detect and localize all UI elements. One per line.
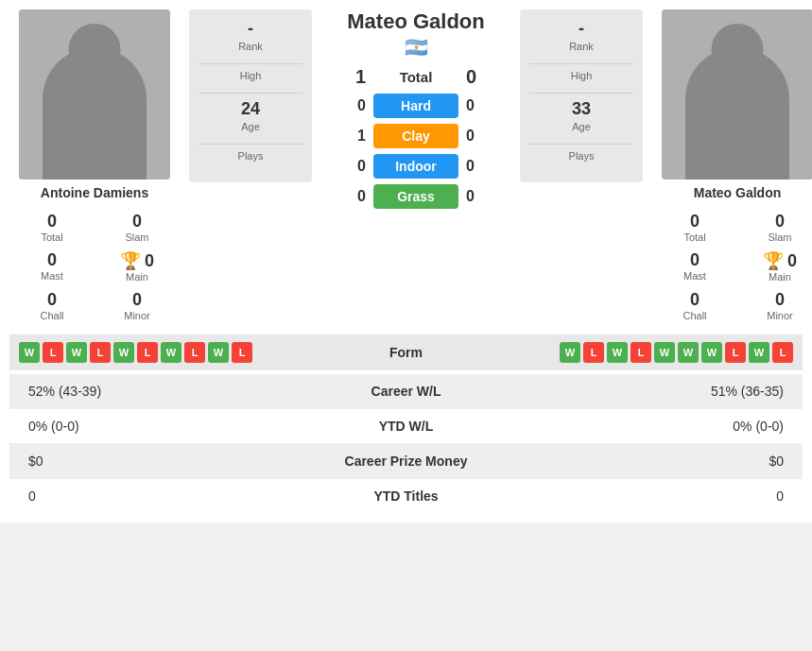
player2-age-label: Age bbox=[529, 121, 633, 132]
hard-score-left: 0 bbox=[337, 97, 366, 114]
player2-slam-cell: 0 Slam bbox=[737, 208, 812, 247]
trophy-icon-player2: 🏆 bbox=[763, 250, 784, 271]
player1-chall-value: 0 bbox=[11, 290, 93, 310]
top-section: Antoine Damiens 0 Total 0 Slam 0 Mast 🏆 bbox=[9, 9, 803, 325]
form-badge-player1: W bbox=[66, 342, 87, 363]
player1-rank-label: Rank bbox=[199, 41, 302, 52]
form-label: Form bbox=[336, 345, 477, 360]
player2-divider2 bbox=[529, 93, 633, 94]
player2-age-value: 33 bbox=[529, 99, 633, 119]
player2-plays-label: Plays bbox=[529, 150, 633, 162]
player2-minor-cell: 0 Minor bbox=[737, 286, 812, 325]
player2-plays-field: Plays bbox=[529, 150, 633, 162]
player2-total-cell: 0 Total bbox=[652, 208, 737, 247]
player1-plays-field: Plays bbox=[199, 150, 302, 162]
form-badge-player1: L bbox=[137, 342, 158, 363]
player2-stats: 0 Total 0 Slam 0 Mast 🏆 0 bbox=[652, 208, 812, 325]
indoor-row: 0 Indoor 0 bbox=[326, 154, 506, 179]
ytd-titles-left: 0 bbox=[28, 488, 312, 504]
hard-score-right: 0 bbox=[466, 97, 494, 114]
hard-button[interactable]: Hard bbox=[373, 94, 458, 118]
player1-total-value: 0 bbox=[11, 212, 93, 231]
player1-avatar bbox=[19, 9, 170, 180]
ytd-wl-row: 0% (0-0) YTD W/L 0% (0-0) bbox=[9, 409, 803, 444]
form-badge-player1: L bbox=[43, 342, 63, 363]
main-container: Antoine Damiens 0 Total 0 Slam 0 Mast 🏆 bbox=[0, 0, 812, 523]
form-badge-player1: L bbox=[184, 342, 205, 363]
player1-mast-label: Mast bbox=[11, 270, 93, 282]
ytd-titles-right: 0 bbox=[501, 488, 785, 504]
player1-rank-value: - bbox=[199, 19, 302, 39]
total-label-center: Total bbox=[373, 69, 458, 85]
grass-score-left: 0 bbox=[337, 188, 366, 205]
hard-row: 0 Hard 0 bbox=[326, 94, 506, 118]
player2-total-value: 0 bbox=[654, 212, 735, 231]
form-badge-player2: W bbox=[678, 342, 699, 363]
player2-slam-label: Slam bbox=[739, 231, 812, 243]
player1-minor-label: Minor bbox=[96, 310, 178, 321]
player2-high-label: High bbox=[529, 70, 633, 81]
player1-age-field: 24 Age bbox=[199, 99, 302, 132]
ytd-wl-right: 0% (0-0) bbox=[501, 419, 785, 434]
player1-age-label: Age bbox=[199, 121, 302, 132]
player2-total-label: Total bbox=[654, 231, 735, 243]
player2-slam-value: 0 bbox=[739, 212, 812, 231]
form-badge-player2: W bbox=[654, 342, 675, 363]
player1-mast-cell: 0 Mast bbox=[9, 247, 95, 286]
ytd-wl-label: YTD W/L bbox=[312, 419, 501, 434]
indoor-button[interactable]: Indoor bbox=[373, 154, 458, 179]
form-badge-player2: L bbox=[631, 342, 651, 363]
player1-form: WLWLWLWLWL bbox=[19, 342, 336, 363]
player1-card: Antoine Damiens 0 Total 0 Slam 0 Mast 🏆 bbox=[9, 9, 180, 325]
player1-divider2 bbox=[199, 93, 302, 94]
player1-plays-label: Plays bbox=[199, 150, 302, 162]
total-row: 1 Total 0 bbox=[326, 66, 506, 88]
form-badge-player1: W bbox=[113, 342, 134, 363]
player2-minor-value: 0 bbox=[739, 290, 812, 310]
career-prize-right: $0 bbox=[501, 454, 785, 469]
career-prize-label: Career Prize Money bbox=[312, 454, 501, 469]
player2-divider3 bbox=[529, 144, 633, 145]
player2-main-label: Main bbox=[739, 271, 812, 283]
career-wl-right: 51% (36-35) bbox=[501, 384, 785, 399]
ytd-titles-row: 0 YTD Titles 0 bbox=[9, 479, 803, 513]
player2-mast-cell: 0 Mast bbox=[652, 247, 737, 286]
career-prize-left: $0 bbox=[28, 454, 312, 469]
player1-main-cell: 🏆 0 Main bbox=[95, 247, 180, 286]
player1-slam-cell: 0 Slam bbox=[95, 208, 180, 247]
career-wl-label: Career W/L bbox=[312, 384, 501, 399]
form-badge-player1: W bbox=[161, 342, 181, 363]
indoor-score-right: 0 bbox=[466, 158, 494, 175]
player1-main-label: Main bbox=[96, 271, 178, 283]
player2-avatar bbox=[662, 9, 812, 180]
player2-main-cell: 🏆 0 Main bbox=[737, 247, 812, 286]
player1-stats: 0 Total 0 Slam 0 Mast 🏆 0 bbox=[9, 208, 180, 325]
form-badge-player2: W bbox=[701, 342, 722, 363]
player1-minor-cell: 0 Minor bbox=[95, 286, 180, 325]
player2-high-field: High bbox=[529, 70, 633, 81]
clay-row: 1 Clay 0 bbox=[326, 124, 506, 148]
trophy-icon-player1: 🏆 bbox=[120, 250, 141, 271]
player1-slam-label: Slam bbox=[96, 231, 178, 243]
player1-minor-value: 0 bbox=[96, 290, 178, 310]
grass-button[interactable]: Grass bbox=[373, 184, 458, 209]
player1-high-field: High bbox=[199, 70, 302, 81]
career-wl-row: 52% (43-39) Career W/L 51% (36-35) bbox=[9, 374, 803, 409]
player2-card: Mateo Galdon 0 Total 0 Slam 0 Mast 🏆 bbox=[652, 9, 812, 325]
player2-rank-label: Rank bbox=[529, 41, 633, 52]
player2-mast-value: 0 bbox=[654, 250, 735, 270]
player1-main-value: 0 bbox=[145, 251, 154, 271]
ytd-titles-label: YTD Titles bbox=[312, 488, 501, 504]
player1-divider1 bbox=[199, 63, 302, 64]
player2-form: WLWLWWWLWL bbox=[477, 342, 794, 363]
player2-age-field: 33 Age bbox=[529, 99, 633, 132]
player1-name: Antoine Damiens bbox=[41, 185, 148, 200]
career-prize-row: $0 Career Prize Money $0 bbox=[9, 444, 803, 479]
clay-button[interactable]: Clay bbox=[373, 124, 458, 148]
career-wl-left: 52% (43-39) bbox=[28, 384, 312, 399]
player1-total-cell: 0 Total bbox=[9, 208, 95, 247]
clay-score-right: 0 bbox=[466, 128, 494, 145]
player2-flag: 🇦🇷 bbox=[405, 36, 428, 59]
player1-chall-label: Chall bbox=[11, 310, 93, 321]
player2-title: Mateo Galdon bbox=[347, 9, 484, 34]
